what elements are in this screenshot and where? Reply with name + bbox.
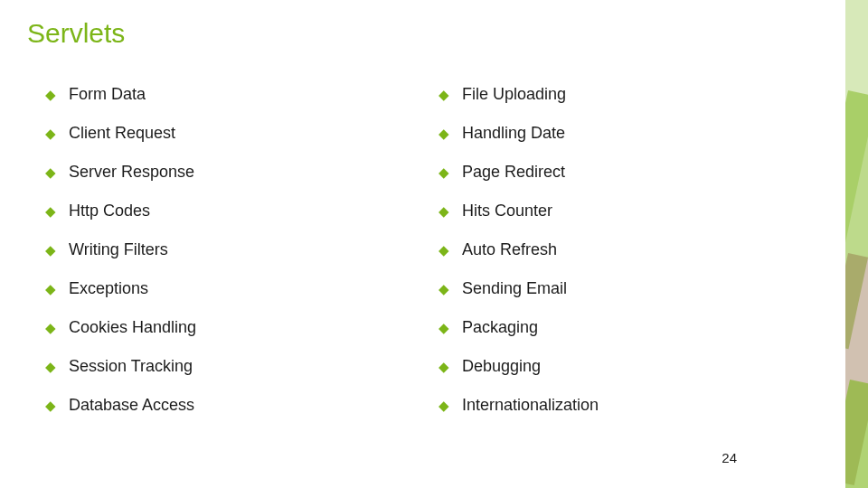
bullet-icon: ◆: [439, 281, 449, 297]
bullet-icon: ◆: [45, 359, 56, 375]
bullet-icon: ◆: [45, 281, 56, 297]
bullet-icon: ◆: [439, 242, 449, 258]
left-column: ◆ Form Data ◆ Client Request ◆ Server Re…: [27, 85, 439, 435]
list-item: ◆ Handling Date: [439, 124, 832, 143]
item-label: Handling Date: [462, 124, 565, 143]
bullet-icon: ◆: [439, 398, 449, 414]
list-item: ◆ Form Data: [45, 85, 439, 104]
bullet-icon: ◆: [45, 87, 56, 103]
bullet-icon: ◆: [439, 126, 449, 142]
item-label: Client Request: [69, 124, 175, 143]
list-item: ◆ Internationalization: [439, 396, 832, 415]
list-item: ◆ Session Tracking: [45, 357, 439, 376]
list-item: ◆ Auto Refresh: [439, 240, 832, 259]
list-item: ◆ Server Response: [45, 163, 439, 182]
list-item: ◆ Cookies Handling: [45, 318, 439, 337]
page-number: 24: [722, 450, 737, 465]
list-item: ◆ Hits Counter: [439, 202, 832, 221]
item-label: Database Access: [69, 396, 194, 415]
bullet-icon: ◆: [439, 164, 449, 181]
list-item: ◆ Sending Email: [439, 279, 832, 298]
bullet-icon: ◆: [45, 242, 56, 258]
list-item: ◆ Database Access: [45, 396, 439, 415]
item-label: Auto Refresh: [462, 240, 557, 259]
bullet-icon: ◆: [439, 359, 449, 375]
item-label: Cookies Handling: [69, 318, 196, 337]
item-label: Hits Counter: [462, 202, 552, 221]
item-label: Form Data: [69, 85, 146, 104]
item-label: Server Response: [69, 163, 194, 182]
bullet-icon: ◆: [45, 164, 56, 181]
item-label: Exceptions: [69, 279, 148, 298]
content-columns: ◆ Form Data ◆ Client Request ◆ Server Re…: [27, 85, 832, 435]
list-item: ◆ Packaging: [439, 318, 832, 337]
item-label: Sending Email: [462, 279, 567, 298]
bullet-icon: ◆: [439, 320, 449, 336]
item-label: Page Redirect: [462, 163, 565, 182]
decoration-bar: [845, 380, 868, 488]
bullet-icon: ◆: [45, 320, 56, 336]
list-item: ◆ Writing Filters: [45, 240, 439, 259]
list-item: ◆ File Uploading: [439, 85, 832, 104]
list-item: ◆ Client Request: [45, 124, 439, 143]
item-label: Packaging: [462, 318, 538, 337]
item-label: Http Codes: [69, 202, 150, 221]
slide-decoration: [845, 0, 868, 488]
right-column: ◆ File Uploading ◆ Handling Date ◆ Page …: [439, 85, 832, 435]
item-label: Session Tracking: [69, 357, 193, 376]
bullet-icon: ◆: [45, 203, 56, 220]
slide-container: Servlets ◆ Form Data ◆ Client Request ◆ …: [0, 0, 868, 488]
list-item: ◆ Debugging: [439, 357, 832, 376]
list-item: ◆ Exceptions: [45, 279, 439, 298]
item-label: File Uploading: [462, 85, 566, 104]
list-item: ◆ Http Codes: [45, 202, 439, 221]
bullet-icon: ◆: [45, 126, 56, 142]
item-label: Debugging: [462, 357, 541, 376]
slide-title: Servlets: [27, 18, 832, 49]
item-label: Writing Filters: [69, 240, 168, 259]
item-label: Internationalization: [462, 396, 599, 415]
list-item: ◆ Page Redirect: [439, 163, 832, 182]
bullet-icon: ◆: [439, 203, 449, 220]
bullet-icon: ◆: [45, 398, 56, 414]
bullet-icon: ◆: [439, 87, 449, 103]
